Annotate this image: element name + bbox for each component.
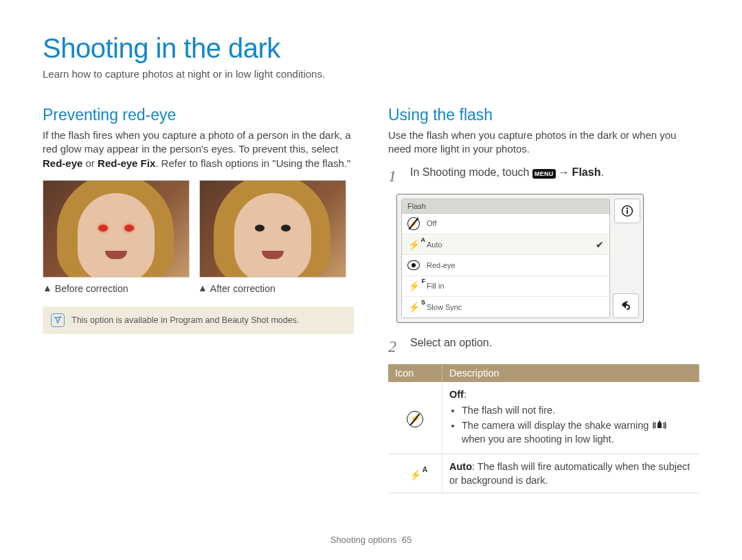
note-icon bbox=[51, 313, 65, 327]
para-b: . Refer to flash options in "Using the f… bbox=[155, 157, 350, 169]
table-row-auto: ⚡A Auto: The flash will fire automatical… bbox=[388, 453, 699, 493]
flash-intro: Use the flash when you capture photos in… bbox=[388, 128, 699, 157]
flash-option-redeye[interactable]: Red-eye bbox=[402, 255, 609, 276]
section-preventing-heading: Preventing red-eye bbox=[43, 106, 354, 124]
back-button[interactable] bbox=[613, 293, 639, 318]
section-flash-heading: Using the flash bbox=[388, 106, 699, 124]
auto-title: Auto bbox=[449, 461, 472, 472]
svg-point-1 bbox=[627, 208, 629, 210]
flash-off-label: Off bbox=[427, 219, 436, 227]
flash-redeye-label: Red-eye bbox=[427, 261, 456, 269]
page-subtitle: Learn how to capture photos at night or … bbox=[43, 68, 699, 80]
photo-after-correction bbox=[199, 180, 346, 278]
flash-option-slowsync[interactable]: ⚡S Slow Sync bbox=[402, 297, 609, 317]
para-mid: or bbox=[82, 157, 98, 169]
cell-auto-desc: Auto: The flash will fire automatically … bbox=[442, 453, 699, 493]
para-bold-redeyefix: Red-eye Fix bbox=[98, 157, 155, 169]
th-desc: Description bbox=[442, 364, 699, 382]
off-bullet-1: The flash will not fire. bbox=[462, 403, 693, 417]
svg-rect-4 bbox=[660, 421, 661, 422]
info-icon bbox=[621, 205, 633, 217]
photo-before-correction bbox=[43, 180, 190, 278]
flash-fillin-icon: ⚡F bbox=[407, 280, 420, 291]
triangle-up-icon: ▲ bbox=[198, 282, 207, 293]
flash-option-fillin[interactable]: ⚡F Fill in bbox=[402, 276, 609, 297]
para-bold-redeye: Red-eye bbox=[43, 157, 82, 169]
flash-off-icon: ⚡ bbox=[407, 218, 420, 229]
para-a: If the flash fires when you capture a ph… bbox=[43, 129, 351, 155]
flash-slowsync-icon: ⚡S bbox=[407, 302, 420, 313]
footer-section: Shooting options bbox=[330, 535, 397, 545]
note-text: This option is available in Program and … bbox=[71, 315, 299, 325]
off-bullet-2: The camera will display the shake warnin… bbox=[462, 418, 693, 447]
preventing-paragraph: If the flash fires when you capture a ph… bbox=[43, 128, 354, 170]
step1-flash: Flash bbox=[572, 166, 601, 178]
auto-text: : The flash will fire automatically when… bbox=[449, 461, 690, 486]
flash-redeye-icon bbox=[407, 260, 420, 271]
flash-auto-icon: ⚡A bbox=[407, 239, 420, 250]
flash-option-off[interactable]: ⚡ Off bbox=[402, 214, 609, 234]
flash-menu-screenshot: Flash ⚡ Off ⚡A Auto Red-eye ⚡F bbox=[396, 194, 644, 323]
off-title: Off bbox=[449, 389, 464, 400]
page-footer: Shooting options 65 bbox=[0, 535, 742, 545]
step-number-2: 2 bbox=[388, 338, 401, 355]
th-icon: Icon bbox=[388, 364, 442, 382]
cell-off-icon: ⚡ bbox=[388, 382, 442, 454]
shake-warning-icon bbox=[653, 420, 666, 431]
step1-a: In Shooting mode, touch bbox=[410, 166, 532, 178]
menu-icon: MENU bbox=[532, 169, 556, 179]
cell-off-desc: Off: The flash will not fire. The camera… bbox=[442, 382, 699, 454]
step-number-1: 1 bbox=[388, 168, 401, 184]
step-2-text: Select an option. bbox=[410, 337, 492, 349]
caption-after-text: After correction bbox=[210, 283, 276, 294]
triangle-up-icon: ▲ bbox=[43, 282, 52, 293]
note-box: This option is available in Program and … bbox=[43, 306, 354, 334]
right-column: Using the flash Use the flash when you c… bbox=[388, 106, 699, 493]
footer-page-number: 65 bbox=[402, 535, 412, 545]
cell-auto-icon: ⚡A bbox=[388, 453, 442, 493]
back-arrow-icon bbox=[620, 300, 632, 312]
caption-after: ▲After correction bbox=[198, 283, 344, 294]
flash-fillin-label: Fill in bbox=[427, 282, 445, 290]
screen-title: Flash bbox=[402, 199, 609, 214]
svg-rect-2 bbox=[627, 210, 628, 214]
flash-option-auto[interactable]: ⚡A Auto bbox=[402, 234, 609, 255]
step-1-text: In Shooting mode, touch MENU→Flash. bbox=[410, 166, 604, 179]
page-title: Shooting in the dark bbox=[43, 33, 699, 64]
flash-auto-label: Auto bbox=[427, 240, 442, 249]
info-button[interactable] bbox=[614, 199, 640, 223]
caption-before-text: Before correction bbox=[55, 283, 128, 294]
flash-slowsync-label: Slow Sync bbox=[427, 303, 462, 311]
arrow-right-icon: → bbox=[559, 166, 570, 178]
table-row-off: ⚡ Off: The flash will not fire. The came… bbox=[388, 382, 699, 454]
flash-options-table: Icon Description ⚡ Off: The flash will n… bbox=[388, 364, 699, 494]
left-column: Preventing red-eye If the flash fires wh… bbox=[43, 106, 354, 493]
off-b2b: when you are shooting in low light. bbox=[462, 434, 614, 445]
caption-before: ▲Before correction bbox=[43, 283, 188, 294]
off-b2a: The camera will display the shake warnin… bbox=[462, 420, 651, 431]
